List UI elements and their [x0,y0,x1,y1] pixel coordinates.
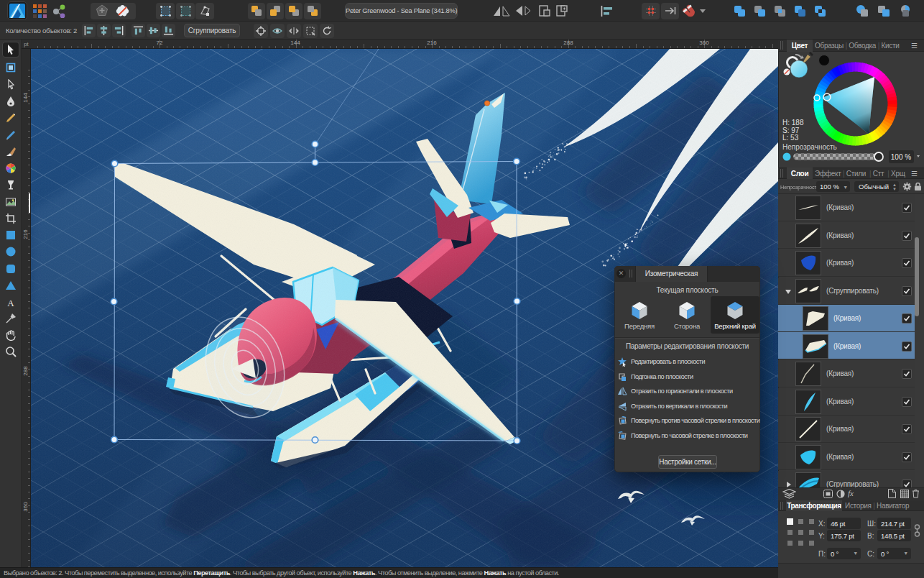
svg-text:100 %: 100 % [891,153,911,161]
